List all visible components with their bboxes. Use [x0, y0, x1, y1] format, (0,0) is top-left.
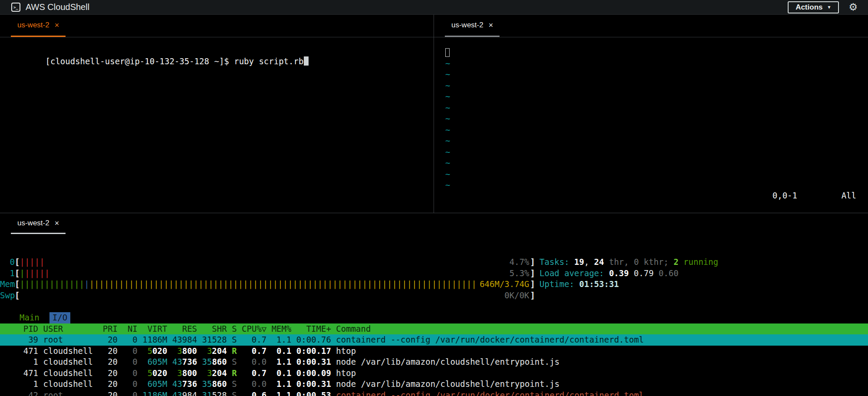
terminal-screen[interactable]: [cloudshell-user@ip-10-132-35-128 ~]$ ru… [0, 37, 434, 76]
text-segment: 736 [182, 379, 197, 389]
tab-label: us-west-2 [17, 21, 49, 30]
table-header-row: PIDUSERPRINIVIRTRESSHRSCPU%▽MEM%TIME+Com… [0, 323, 868, 335]
text-segment: 43 [172, 390, 182, 396]
vim-tilde: ~ [445, 69, 868, 80]
cell-mem: MEM% [272, 323, 292, 335]
actions-button[interactable]: Actions ▼ [788, 1, 839, 13]
cell-cpu: CPU%▽ [242, 323, 266, 335]
text-segment: 0:00.31 [296, 379, 331, 389]
htop-screen[interactable]: 0[|||||4.7%]1[||||||5.3%]Mem[|||||||||||… [0, 234, 868, 396]
vim-tilde: ~ [445, 180, 868, 191]
process-row: 471cloudshell200502038003204R0.70.10:00.… [0, 346, 868, 357]
cell-res: 43984 [172, 390, 197, 396]
cell-res: 43736 [172, 356, 197, 368]
meter-bar-pipes: ||||||||||||||||||||||||||||||||||||||||… [20, 279, 476, 289]
text-segment: 020 [152, 368, 167, 378]
meter-value: 646M/3.74G [480, 279, 529, 290]
cell-command: htop [336, 346, 868, 357]
text-segment: 20 [108, 368, 118, 378]
text-segment: cloudshell [43, 379, 93, 389]
cell-ni: 0 [123, 346, 138, 357]
tab-close-icon[interactable]: × [55, 219, 59, 227]
text-segment: 20 [108, 335, 118, 344]
cell-mem: 0.1 [272, 346, 292, 357]
cell-user: cloudshell [43, 379, 93, 390]
cell-mem: 1.1 [272, 390, 292, 396]
top-split-region: us-west-2 × [cloudshell-user@ip-10-132-3… [0, 15, 868, 213]
vim-tilde: ~ [445, 91, 868, 102]
meter-cpu0: 0[|||||4.7%] [0, 257, 535, 268]
text-segment: 0:00.53 [296, 390, 331, 396]
text-segment: 984 [182, 390, 197, 396]
cell-shr: 35860 [202, 356, 227, 368]
vim-screen[interactable]: ~~~~~~~~~~~~ 0,0-1 All [434, 37, 868, 212]
cell-pid: PID [3, 323, 38, 335]
cell-pri: 20 [98, 368, 118, 379]
meter-label: 1 [0, 268, 15, 279]
uptime-line: Uptime: 01:53:31 [539, 279, 718, 290]
cell-pid: 471 [3, 346, 38, 357]
cell-ni: NI [123, 323, 138, 335]
bar-segment: | [84, 279, 89, 289]
meter-open-bracket: [ [15, 279, 20, 290]
cell-res: 43736 [172, 379, 197, 390]
tab-us-west-2-bottom[interactable]: us-west-2 × [11, 213, 66, 234]
htop-tab-main[interactable]: Main [16, 312, 43, 323]
text-segment: htop [336, 368, 356, 378]
text-segment: 0:00.17 [296, 346, 331, 356]
cell-user: root [43, 390, 93, 396]
text-segment: 0.60 [659, 268, 679, 278]
cell-s: R [232, 368, 237, 379]
text-segment: thr, [604, 257, 634, 267]
vim-tilde: ~ [445, 158, 868, 169]
tab-close-icon[interactable]: × [55, 21, 59, 29]
text-segment: cloudshell [43, 357, 93, 366]
meter-value: 5.3% [510, 268, 529, 279]
text-segment: 39 [28, 335, 38, 344]
cell-pid: 1 [3, 379, 38, 390]
text-segment: 0 [634, 257, 638, 267]
text-segment: 528 [212, 390, 227, 396]
text-segment: R [232, 368, 237, 378]
tasks-line: Tasks: 19, 24 thr, 0 kthr; 2 running [539, 257, 718, 268]
text-segment: 20 [108, 357, 118, 366]
cell-user: root [43, 334, 93, 346]
htop-tab-io[interactable]: I/O [49, 312, 70, 323]
cell-s: S [232, 323, 237, 335]
settings-gear-icon[interactable]: ⚙ [848, 2, 858, 12]
text-segment: root [43, 390, 63, 396]
process-row: 1cloudshell200605M4373635860S0.01.10:00.… [0, 379, 868, 390]
text-segment: CPU%▽ [242, 324, 266, 333]
cell-mem: 0.1 [272, 368, 292, 379]
cell-virt: 5020 [142, 346, 167, 357]
cell-shr: 3204 [202, 368, 227, 379]
text-segment: running [678, 257, 718, 267]
text-segment: 0 [132, 379, 137, 389]
text-segment: 471 [23, 346, 38, 356]
text-segment: R [232, 346, 237, 356]
text-segment: cloudshell [43, 368, 93, 378]
tab-us-west-2-right[interactable]: us-west-2 × [445, 15, 500, 37]
vim-tilde: ~ [445, 58, 868, 69]
text-segment: 0.6 [252, 390, 266, 396]
cell-cpu: 0.7 [242, 368, 266, 379]
tab-close-icon[interactable]: × [489, 21, 493, 29]
text-segment: 01:53:31 [579, 279, 619, 289]
cell-ni: 0 [123, 379, 138, 390]
meter-cpu1: 1[||||||5.3%] [0, 268, 535, 279]
text-segment: 0:00.76 [296, 335, 331, 344]
text-segment: 0.0 [252, 357, 266, 366]
header-actions: Actions ▼ ⚙ [788, 1, 858, 13]
cell-shr: 35860 [202, 379, 227, 390]
htop-meters: 0[|||||4.7%]1[||||||5.3%]Mem[|||||||||||… [0, 257, 868, 301]
text-segment: Uptime: [539, 279, 579, 289]
text-segment: 0.1 [276, 368, 291, 378]
tab-us-west-2-left[interactable]: us-west-2 × [11, 15, 66, 37]
text-segment: 0 [132, 335, 137, 344]
cell-s: S [232, 379, 237, 390]
text-segment: kthr; [639, 257, 674, 267]
meter-value: 4.7% [510, 257, 529, 268]
text-segment: 800 [182, 346, 197, 356]
text-segment: 0.7 [252, 368, 266, 378]
cell-cpu: 0.6 [242, 390, 266, 396]
